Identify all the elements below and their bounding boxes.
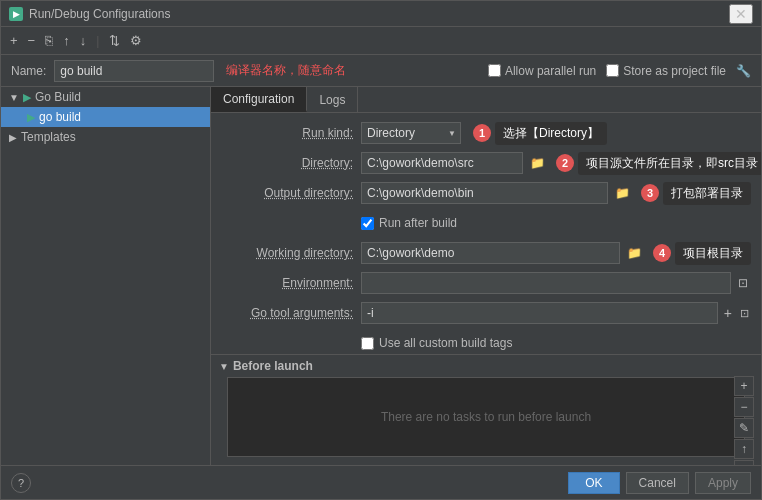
tabs: Configuration Logs: [211, 87, 761, 113]
run-after-build-control: Run after build: [361, 216, 751, 230]
before-launch-body-wrapper: There are no tasks to run before launch …: [219, 377, 753, 457]
chevron-down-icon: ▼: [9, 92, 19, 103]
run-kind-select[interactable]: File Directory Package: [361, 122, 461, 144]
environment-label: Environment:: [221, 276, 361, 290]
store-project-label[interactable]: Store as project file: [606, 64, 726, 78]
run-kind-control: File Directory Package 1 选择【Directory】: [361, 122, 751, 145]
before-launch-remove-button[interactable]: −: [734, 397, 754, 417]
output-directory-input[interactable]: [361, 182, 608, 204]
annotation-2-text: 项目源文件所在目录，即src目录: [578, 152, 761, 175]
sidebar-go-build-parent[interactable]: ▼ ▶ Go Build: [1, 87, 210, 107]
tab-logs[interactable]: Logs: [307, 87, 358, 112]
help-button[interactable]: ?: [11, 473, 31, 493]
bottom-bar: ? OK Cancel Apply: [1, 465, 761, 499]
add-config-button[interactable]: +: [7, 31, 21, 50]
output-directory-label: Output directory:: [221, 186, 361, 200]
output-directory-row: Output directory: 📁 3 打包部署目录: [221, 181, 751, 205]
output-folder-button[interactable]: 📁: [612, 185, 633, 201]
chevron-right-icon: ▶: [9, 132, 17, 143]
go-build-icon: ▶: [27, 111, 35, 124]
close-button[interactable]: ✕: [729, 4, 753, 24]
custom-build-tags-control: Use all custom build tags: [361, 336, 751, 350]
name-input[interactable]: [54, 60, 214, 82]
directory-row: Directory: 📁 2 项目源文件所在目录，即src目录: [221, 151, 751, 175]
before-launch-header[interactable]: ▼ Before launch: [211, 355, 761, 377]
before-launch-body: There are no tasks to run before launch: [227, 377, 745, 457]
run-debug-configurations-dialog: ▶ Run/Debug Configurations ✕ + − ⎘ ↑ ↓ |…: [0, 0, 762, 500]
sidebar: ▼ ▶ Go Build ▶ go build ▶ Templates: [1, 87, 211, 465]
run-after-build-checkbox[interactable]: [361, 217, 374, 230]
annotation-badge-4: 4: [653, 244, 671, 262]
before-launch-label: Before launch: [233, 359, 313, 373]
title-bar: ▶ Run/Debug Configurations ✕: [1, 1, 761, 27]
move-down-button[interactable]: ↓: [77, 31, 90, 50]
ok-button[interactable]: OK: [568, 472, 619, 494]
before-launch-move-down-button[interactable]: ↓: [734, 460, 754, 465]
right-panel: Configuration Logs Run kind: File: [211, 87, 761, 465]
annotation-badge-2: 2: [556, 154, 574, 172]
go-tool-args-control: + ⊡: [361, 302, 751, 324]
tab-configuration[interactable]: Configuration: [211, 87, 307, 112]
sidebar-item-go-build[interactable]: ▶ go build: [1, 107, 210, 127]
form-area-wrapper: Run kind: File Directory Package: [211, 113, 761, 465]
name-right-controls: Allow parallel run Store as project file…: [488, 64, 751, 78]
title-bar-text: Run/Debug Configurations: [29, 7, 723, 21]
environment-row: Environment: ⊡: [221, 271, 751, 295]
allow-parallel-checkbox[interactable]: [488, 64, 501, 77]
cancel-button[interactable]: Cancel: [626, 472, 689, 494]
move-up-button[interactable]: ↑: [60, 31, 73, 50]
title-bar-icon: ▶: [9, 7, 23, 21]
go-tool-args-expand-button[interactable]: ⊡: [738, 307, 751, 320]
sidebar-templates[interactable]: ▶ Templates: [1, 127, 210, 147]
run-kind-row: Run kind: File Directory Package: [221, 121, 751, 145]
environment-input[interactable]: [361, 272, 731, 294]
sort-button[interactable]: ⇅: [106, 31, 123, 50]
run-after-build-label[interactable]: Run after build: [361, 216, 457, 230]
annotation-1-text: 选择【Directory】: [495, 122, 607, 145]
custom-build-tags-row: Use all custom build tags: [221, 331, 751, 354]
toolbar: + − ⎘ ↑ ↓ | ⇅ ⚙: [1, 27, 761, 55]
annotation-badge-3: 3: [641, 184, 659, 202]
annotation-3-text: 打包部署目录: [663, 182, 751, 205]
settings-button[interactable]: ⚙: [127, 31, 145, 50]
annotation-3-wrapper: 3 打包部署目录: [641, 182, 751, 205]
go-build-parent-icon: ▶: [23, 91, 31, 104]
remove-config-button[interactable]: −: [25, 31, 39, 50]
working-directory-label: Working directory:: [221, 246, 361, 260]
working-directory-input[interactable]: [361, 242, 620, 264]
directory-folder-button[interactable]: 📁: [527, 155, 548, 171]
directory-input[interactable]: [361, 152, 523, 174]
go-tool-args-input[interactable]: [361, 302, 718, 324]
store-icon: 🔧: [736, 64, 751, 78]
annotation-4-wrapper: 4 项目根目录: [653, 242, 751, 265]
apply-button[interactable]: Apply: [695, 472, 751, 494]
before-launch-edit-button[interactable]: ✎: [734, 418, 754, 438]
working-directory-row: Working directory: 📁 4 项目根目录: [221, 241, 751, 265]
before-launch-move-up-button[interactable]: ↑: [734, 439, 754, 459]
go-tool-args-row: Go tool arguments: + ⊡: [221, 301, 751, 325]
directory-control: 📁 2 项目源文件所在目录，即src目录: [361, 152, 761, 175]
custom-build-tags-checkbox[interactable]: [361, 337, 374, 350]
working-folder-button[interactable]: 📁: [624, 245, 645, 261]
before-launch-section: ▼ Before launch There are no tasks to ru…: [211, 354, 761, 465]
name-row: Name: 编译器名称，随意命名 Allow parallel run Stor…: [1, 55, 761, 87]
go-tool-args-label: Go tool arguments:: [221, 306, 361, 320]
before-launch-add-button[interactable]: +: [734, 376, 754, 396]
directory-label: Directory:: [221, 156, 361, 170]
form-area: Run kind: File Directory Package: [211, 113, 761, 354]
run-kind-select-wrapper: File Directory Package: [361, 122, 461, 144]
environment-control: ⊡: [361, 272, 751, 294]
before-launch-arrow-icon: ▼: [219, 361, 229, 372]
annotation-1-wrapper: 1 选择【Directory】: [473, 122, 607, 145]
allow-parallel-label[interactable]: Allow parallel run: [488, 64, 596, 78]
go-tool-args-add-button[interactable]: +: [722, 305, 734, 321]
before-launch-side-buttons: + − ✎ ↑ ↓: [734, 376, 754, 465]
run-kind-label: Run kind:: [221, 126, 361, 140]
run-after-build-row: Run after build: [221, 211, 751, 235]
name-label: Name:: [11, 64, 46, 78]
store-project-checkbox[interactable]: [606, 64, 619, 77]
main-content: ▼ ▶ Go Build ▶ go build ▶ Templates Conf…: [1, 87, 761, 465]
environment-expand-button[interactable]: ⊡: [735, 275, 751, 291]
copy-config-button[interactable]: ⎘: [42, 31, 56, 50]
custom-build-tags-label[interactable]: Use all custom build tags: [361, 336, 512, 350]
